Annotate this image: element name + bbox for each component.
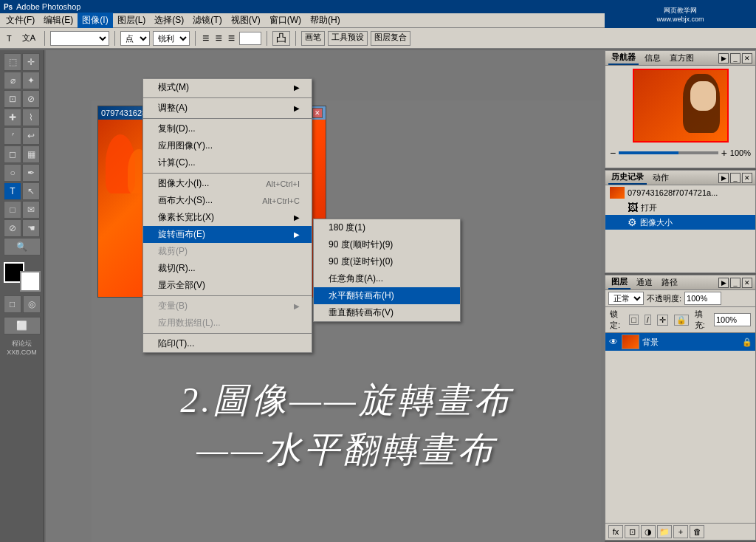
- zoom-slider[interactable]: [619, 151, 718, 154]
- delete-layer-btn[interactable]: 🗑: [690, 525, 704, 538]
- eraser-tool[interactable]: ◻: [4, 145, 21, 163]
- notes-tool[interactable]: ✉: [22, 201, 40, 219]
- type-tool[interactable]: T: [4, 182, 21, 200]
- flip-horizontal[interactable]: 水平翻转画布(H): [314, 287, 460, 304]
- tab-channels[interactable]: 通道: [633, 276, 656, 289]
- layers-menu-btn[interactable]: ▶: [718, 278, 729, 288]
- tab-navigator[interactable]: 导航器: [608, 51, 639, 65]
- menu-help[interactable]: 帮助(H): [306, 13, 345, 28]
- menu-crop[interactable]: 裁剪(P): [143, 243, 312, 260]
- menu-layer[interactable]: 图层(L): [113, 13, 151, 28]
- zoom-out-btn[interactable]: −: [610, 147, 616, 159]
- slice-tool[interactable]: ⊘: [22, 90, 40, 108]
- font-family-select[interactable]: [50, 31, 109, 46]
- layer-comp-btn[interactable]: 图层复合: [371, 31, 410, 46]
- menu-trim[interactable]: 裁切(R)...: [143, 260, 312, 277]
- menu-image[interactable]: 图像(I): [78, 13, 112, 28]
- history-menu-btn[interactable]: ▶: [718, 173, 729, 183]
- history-close-btn[interactable]: ✕: [742, 173, 752, 183]
- move-tool[interactable]: ✛: [22, 53, 40, 71]
- navigator-menu-btn[interactable]: ▶: [718, 53, 729, 64]
- layers-close-btn[interactable]: ✕: [742, 278, 752, 288]
- align-center-btn[interactable]: ≡: [215, 32, 221, 45]
- menu-pixel-ratio[interactable]: 像素长宽比(X) ▶: [143, 209, 312, 226]
- eyedropper-tool[interactable]: ⊘: [4, 219, 21, 237]
- gradient-tool[interactable]: ▦: [22, 145, 40, 163]
- menu-filter[interactable]: 滤镜(T): [188, 13, 226, 28]
- opacity-input[interactable]: [684, 292, 721, 305]
- lasso-tool[interactable]: ⌀: [4, 72, 21, 89]
- lock-transparent-btn[interactable]: □: [629, 315, 639, 325]
- brush-tool[interactable]: ⌇: [22, 109, 40, 126]
- menu-edit[interactable]: 编辑(E): [39, 13, 78, 28]
- tab-info[interactable]: 信息: [642, 52, 664, 64]
- background-color[interactable]: [20, 271, 41, 292]
- menu-apply-image[interactable]: 应用图像(Y)...: [143, 137, 312, 154]
- history-item-open[interactable]: 0797431628f7074721a...: [605, 185, 755, 200]
- align-left-btn[interactable]: ≡: [202, 32, 209, 45]
- path-select-tool[interactable]: ↖: [22, 182, 40, 200]
- zoom-in-btn[interactable]: +: [721, 147, 727, 159]
- tab-actions[interactable]: 动作: [650, 171, 672, 184]
- tab-layers[interactable]: 图层: [608, 275, 630, 289]
- menu-view[interactable]: 视图(V): [227, 13, 265, 28]
- flip-vertical[interactable]: 垂直翻转画布(V): [314, 304, 460, 321]
- hand-tool[interactable]: ☚: [22, 219, 40, 237]
- menu-canvas-size[interactable]: 画布大小(S)... Alt+Ctrl+C: [143, 192, 312, 209]
- navigator-minimize-btn[interactable]: _: [730, 53, 740, 64]
- rotate-180[interactable]: 180 度(1): [314, 219, 460, 236]
- lock-paint-btn[interactable]: /: [645, 315, 651, 325]
- stamp-tool[interactable]: ⎖: [4, 127, 21, 145]
- tab-history[interactable]: 历史记录: [608, 171, 647, 185]
- fill-input[interactable]: [714, 313, 751, 326]
- menu-variables[interactable]: 变量(B) ▶: [143, 298, 312, 315]
- menu-calculate[interactable]: 计算(C)...: [143, 154, 312, 171]
- lock-position-btn[interactable]: ✛: [657, 315, 668, 326]
- menu-adjust[interactable]: 调整(A) ▶: [143, 100, 312, 117]
- font-style-button[interactable]: 文A: [18, 30, 39, 47]
- shape-tool[interactable]: □: [4, 201, 21, 219]
- layers-minimize-btn[interactable]: _: [730, 278, 740, 288]
- marquee-tool[interactable]: ⬚: [4, 53, 21, 71]
- layer-group-btn[interactable]: 📁: [657, 525, 672, 538]
- add-mask-btn[interactable]: ⊡: [625, 525, 639, 538]
- tool-preset-btn[interactable]: 工具预设: [328, 31, 368, 46]
- adjustment-layer-btn[interactable]: ◑: [641, 525, 656, 538]
- lock-all-btn[interactable]: 🔒: [674, 315, 689, 326]
- navigator-close-btn[interactable]: ✕: [742, 53, 752, 64]
- history-imgsize-action[interactable]: ⚙ 图像大小: [605, 215, 755, 230]
- rotate-90ccw[interactable]: 90 度(逆时针)(0): [314, 253, 460, 270]
- layer-visibility-eye[interactable]: 👁: [608, 337, 619, 347]
- warp-text-btn[interactable]: 凸: [272, 31, 290, 46]
- brush-palette-btn[interactable]: 画笔: [301, 31, 325, 46]
- menu-file[interactable]: 文件(F): [1, 13, 39, 28]
- screen-mode-btn[interactable]: ⬜: [4, 317, 41, 335]
- blend-mode-select[interactable]: 正常: [608, 292, 644, 305]
- history-open-action[interactable]: 🖼 打开: [605, 200, 755, 215]
- menu-image-size[interactable]: 图像大小(I)... Alt+Ctrl+I: [143, 175, 312, 192]
- standard-mode-btn[interactable]: □: [4, 295, 21, 313]
- menu-trap[interactable]: 陷印(T)...: [143, 335, 312, 352]
- menu-data-sets[interactable]: 应用数据组(L)...: [143, 315, 312, 332]
- menu-rotate-canvas[interactable]: 旋转画布(E) ▶: [143, 226, 312, 243]
- rotate-arbitrary[interactable]: 任意角度(A)...: [314, 270, 460, 287]
- menu-select[interactable]: 选择(S): [150, 13, 188, 28]
- align-right-btn[interactable]: ≡: [228, 32, 235, 45]
- menu-duplicate[interactable]: 复制(D)...: [143, 120, 312, 137]
- menu-window[interactable]: 窗口(W): [265, 13, 306, 28]
- quick-mask-btn[interactable]: ◎: [23, 295, 41, 313]
- magic-wand-tool[interactable]: ✦: [22, 72, 40, 89]
- crop-tool[interactable]: ⊡: [4, 90, 21, 108]
- pen-tool[interactable]: ✒: [22, 164, 40, 182]
- history-minimize-btn[interactable]: _: [730, 173, 740, 183]
- menu-reveal-all[interactable]: 显示全部(V): [143, 277, 312, 294]
- close-button[interactable]: ✕: [312, 108, 323, 118]
- new-layer-btn[interactable]: +: [673, 525, 688, 538]
- zoom-tool[interactable]: 🔍: [4, 238, 41, 255]
- menu-mode[interactable]: 模式(M) ▶: [143, 79, 312, 96]
- dodge-tool[interactable]: ○: [4, 164, 21, 182]
- tab-histogram[interactable]: 直方图: [667, 52, 697, 64]
- tab-paths[interactable]: 路径: [659, 276, 681, 289]
- text-color-swatch[interactable]: [239, 32, 261, 45]
- history-brush-tool[interactable]: ↩: [22, 127, 40, 145]
